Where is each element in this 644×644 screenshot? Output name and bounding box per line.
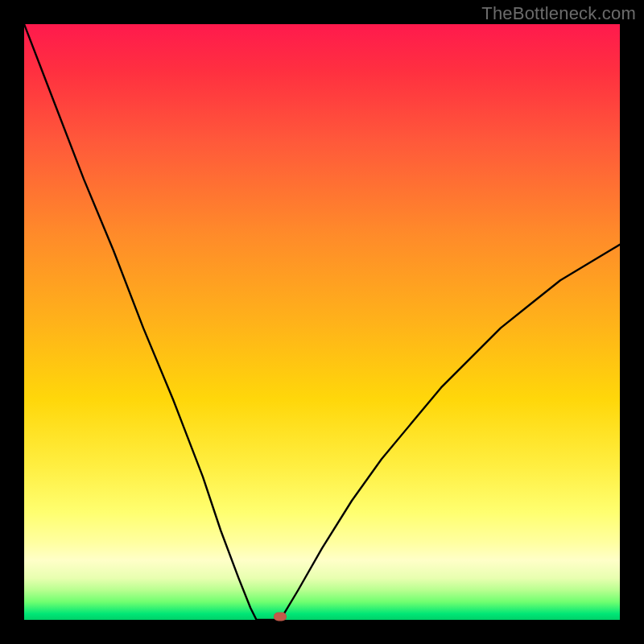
plot-area (24, 24, 620, 620)
bottleneck-curve (24, 24, 620, 620)
watermark-text: TheBottleneck.com (481, 3, 636, 24)
curve-layer (24, 24, 620, 620)
optimum-marker (274, 613, 287, 621)
chart-frame: TheBottleneck.com (0, 0, 644, 644)
